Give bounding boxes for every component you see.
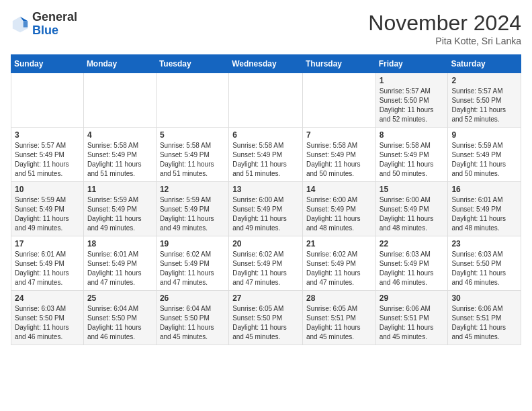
day-info: Sunrise: 6:03 AM Sunset: 5:50 PM Dayligh… (15, 304, 80, 342)
day-cell (11, 73, 84, 128)
day-cell: 8Sunrise: 5:58 AM Sunset: 5:49 PM Daylig… (375, 128, 448, 182)
day-cell: 25Sunrise: 6:04 AM Sunset: 5:50 PM Dayli… (83, 291, 156, 345)
day-info: Sunrise: 5:57 AM Sunset: 5:50 PM Dayligh… (380, 87, 445, 124)
header-day-monday: Monday (83, 55, 156, 73)
day-cell: 20Sunrise: 6:02 AM Sunset: 5:49 PM Dayli… (229, 236, 303, 291)
day-number: 18 (87, 239, 152, 248)
day-cell (229, 73, 303, 128)
header-day-tuesday: Tuesday (156, 55, 228, 73)
day-info: Sunrise: 6:00 AM Sunset: 5:49 PM Dayligh… (232, 195, 299, 233)
title-block: November 2024 Pita Kotte, Sri Lanka (368, 11, 521, 46)
day-info: Sunrise: 6:04 AM Sunset: 5:50 PM Dayligh… (87, 304, 152, 342)
day-info: Sunrise: 5:59 AM Sunset: 5:49 PM Dayligh… (15, 195, 80, 233)
day-cell (156, 73, 228, 128)
day-cell: 12Sunrise: 5:59 AM Sunset: 5:49 PM Dayli… (156, 182, 228, 236)
day-info: Sunrise: 5:58 AM Sunset: 5:49 PM Dayligh… (380, 141, 445, 179)
day-cell: 13Sunrise: 6:00 AM Sunset: 5:49 PM Dayli… (229, 182, 303, 236)
day-number: 14 (306, 185, 372, 194)
day-info: Sunrise: 5:59 AM Sunset: 5:49 PM Dayligh… (87, 195, 152, 233)
day-info: Sunrise: 5:58 AM Sunset: 5:49 PM Dayligh… (306, 141, 372, 179)
day-number: 5 (160, 130, 225, 140)
day-info: Sunrise: 6:01 AM Sunset: 5:49 PM Dayligh… (87, 250, 152, 287)
day-cell: 27Sunrise: 6:05 AM Sunset: 5:50 PM Dayli… (229, 291, 303, 345)
day-cell: 23Sunrise: 6:03 AM Sunset: 5:50 PM Dayli… (448, 236, 521, 291)
day-number: 27 (232, 293, 299, 303)
day-cell: 21Sunrise: 6:02 AM Sunset: 5:49 PM Dayli… (302, 236, 375, 291)
day-number: 22 (380, 239, 445, 248)
day-cell: 15Sunrise: 6:00 AM Sunset: 5:49 PM Dayli… (375, 182, 448, 236)
day-cell: 5Sunrise: 5:58 AM Sunset: 5:49 PM Daylig… (156, 128, 228, 182)
day-info: Sunrise: 5:59 AM Sunset: 5:49 PM Dayligh… (451, 141, 517, 179)
day-number: 19 (160, 239, 225, 248)
day-info: Sunrise: 5:58 AM Sunset: 5:49 PM Dayligh… (87, 141, 152, 179)
day-number: 3 (15, 130, 80, 140)
day-cell: 24Sunrise: 6:03 AM Sunset: 5:50 PM Dayli… (11, 291, 84, 345)
svg-marker-2 (24, 21, 28, 27)
day-info: Sunrise: 6:06 AM Sunset: 5:51 PM Dayligh… (451, 304, 517, 342)
day-cell: 10Sunrise: 5:59 AM Sunset: 5:49 PM Dayli… (11, 182, 84, 236)
day-number: 4 (87, 130, 152, 140)
day-number: 6 (232, 130, 299, 140)
day-cell: 26Sunrise: 6:04 AM Sunset: 5:50 PM Dayli… (156, 291, 228, 345)
day-cell: 7Sunrise: 5:58 AM Sunset: 5:49 PM Daylig… (302, 128, 375, 182)
month-year: November 2024 (368, 11, 521, 36)
day-number: 8 (380, 130, 445, 140)
day-number: 29 (380, 293, 445, 303)
day-cell: 2Sunrise: 5:57 AM Sunset: 5:50 PM Daylig… (448, 73, 521, 128)
day-cell: 30Sunrise: 6:06 AM Sunset: 5:51 PM Dayli… (448, 291, 521, 345)
day-info: Sunrise: 6:03 AM Sunset: 5:49 PM Dayligh… (380, 250, 445, 287)
day-cell: 19Sunrise: 6:02 AM Sunset: 5:49 PM Dayli… (156, 236, 228, 291)
calendar: SundayMondayTuesdayWednesdayThursdayFrid… (11, 54, 521, 345)
header-day-thursday: Thursday (302, 55, 375, 73)
day-cell: 6Sunrise: 5:58 AM Sunset: 5:49 PM Daylig… (229, 128, 303, 182)
day-number: 16 (451, 185, 517, 194)
day-info: Sunrise: 5:57 AM Sunset: 5:49 PM Dayligh… (15, 141, 80, 179)
calendar-body: 1Sunrise: 5:57 AM Sunset: 5:50 PM Daylig… (11, 73, 521, 345)
header-day-saturday: Saturday (448, 55, 521, 73)
week-row-3: 10Sunrise: 5:59 AM Sunset: 5:49 PM Dayli… (11, 182, 521, 236)
day-number: 21 (306, 239, 372, 248)
day-cell (83, 73, 156, 128)
day-info: Sunrise: 5:58 AM Sunset: 5:49 PM Dayligh… (232, 141, 299, 179)
location: Pita Kotte, Sri Lanka (368, 36, 521, 46)
day-info: Sunrise: 6:02 AM Sunset: 5:49 PM Dayligh… (306, 250, 372, 287)
day-cell: 22Sunrise: 6:03 AM Sunset: 5:49 PM Dayli… (375, 236, 448, 291)
day-number: 17 (15, 239, 80, 248)
calendar-header: SundayMondayTuesdayWednesdayThursdayFrid… (11, 55, 521, 73)
day-cell: 29Sunrise: 6:06 AM Sunset: 5:51 PM Dayli… (375, 291, 448, 345)
day-number: 20 (232, 239, 299, 248)
logo-blue: Blue (32, 24, 58, 37)
day-cell: 16Sunrise: 6:01 AM Sunset: 5:49 PM Dayli… (448, 182, 521, 236)
day-number: 7 (306, 130, 372, 140)
day-cell: 3Sunrise: 5:57 AM Sunset: 5:49 PM Daylig… (11, 128, 84, 182)
day-number: 25 (87, 293, 152, 303)
header-day-sunday: Sunday (11, 55, 84, 73)
day-info: Sunrise: 6:02 AM Sunset: 5:49 PM Dayligh… (160, 250, 225, 287)
day-cell: 14Sunrise: 6:00 AM Sunset: 5:49 PM Dayli… (302, 182, 375, 236)
day-number: 26 (160, 293, 225, 303)
day-cell (302, 73, 375, 128)
day-info: Sunrise: 6:02 AM Sunset: 5:49 PM Dayligh… (232, 250, 299, 287)
logo-text: General Blue (32, 11, 77, 38)
day-number: 28 (306, 293, 372, 303)
page-header: General Blue November 2024 Pita Kotte, S… (11, 11, 521, 46)
day-cell: 9Sunrise: 5:59 AM Sunset: 5:49 PM Daylig… (448, 128, 521, 182)
week-row-4: 17Sunrise: 6:01 AM Sunset: 5:49 PM Dayli… (11, 236, 521, 291)
day-cell: 28Sunrise: 6:05 AM Sunset: 5:51 PM Dayli… (302, 291, 375, 345)
day-info: Sunrise: 6:05 AM Sunset: 5:50 PM Dayligh… (232, 304, 299, 342)
day-number: 24 (15, 293, 80, 303)
day-cell: 18Sunrise: 6:01 AM Sunset: 5:49 PM Dayli… (83, 236, 156, 291)
header-day-friday: Friday (375, 55, 448, 73)
header-row: SundayMondayTuesdayWednesdayThursdayFrid… (11, 55, 521, 73)
day-info: Sunrise: 5:57 AM Sunset: 5:50 PM Dayligh… (451, 87, 517, 124)
day-info: Sunrise: 6:01 AM Sunset: 5:49 PM Dayligh… (451, 195, 517, 233)
day-number: 23 (451, 239, 517, 248)
day-number: 15 (380, 185, 445, 194)
day-cell: 11Sunrise: 5:59 AM Sunset: 5:49 PM Dayli… (83, 182, 156, 236)
day-number: 11 (87, 185, 152, 194)
day-number: 9 (451, 130, 517, 140)
day-info: Sunrise: 6:06 AM Sunset: 5:51 PM Dayligh… (380, 304, 445, 342)
day-cell: 1Sunrise: 5:57 AM Sunset: 5:50 PM Daylig… (375, 73, 448, 128)
day-info: Sunrise: 6:05 AM Sunset: 5:51 PM Dayligh… (306, 304, 372, 342)
day-info: Sunrise: 5:58 AM Sunset: 5:49 PM Dayligh… (160, 141, 225, 179)
